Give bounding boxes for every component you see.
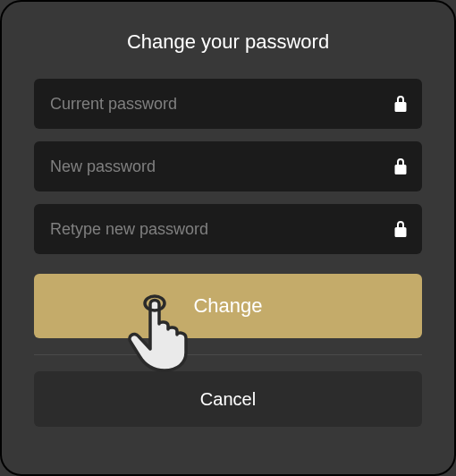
page-title: Change your password — [34, 30, 422, 54]
divider — [34, 354, 422, 355]
change-button[interactable]: Change — [34, 274, 422, 338]
current-password-input[interactable] — [34, 79, 422, 129]
new-password-field — [34, 141, 422, 191]
new-password-input[interactable] — [34, 141, 422, 191]
retype-password-field — [34, 204, 422, 254]
retype-password-input[interactable] — [34, 204, 422, 254]
cancel-button[interactable]: Cancel — [34, 371, 422, 427]
current-password-field — [34, 79, 422, 129]
